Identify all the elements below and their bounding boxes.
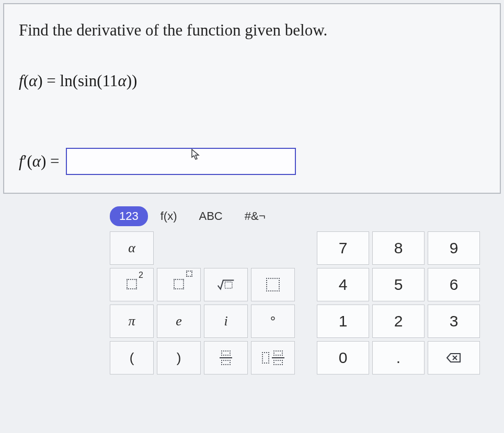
function-text: f(α) = ln(sin(11α)) <box>19 72 137 90</box>
answer-row: f′(α) = <box>19 148 485 175</box>
key-degree[interactable]: ° <box>251 305 295 338</box>
key-dot[interactable]: . <box>372 341 425 375</box>
number-grid: 7 8 9 4 5 6 1 2 3 0 . <box>317 231 480 375</box>
key-9[interactable]: 9 <box>428 231 480 265</box>
key-blank-3 <box>251 231 295 265</box>
placeholder-box-icon <box>174 279 184 289</box>
key-blank-2 <box>204 231 248 265</box>
key-alpha[interactable]: α <box>110 231 154 265</box>
sqrt-icon <box>217 278 235 291</box>
key-4[interactable]: 4 <box>317 268 369 301</box>
key-5[interactable]: 5 <box>372 268 425 301</box>
svg-rect-0 <box>225 282 232 288</box>
key-mixed-fraction[interactable] <box>251 341 295 375</box>
key-backspace[interactable] <box>428 341 480 375</box>
tab-symbols[interactable]: #&¬ <box>235 206 275 226</box>
problem-panel: Find the derivative of the function give… <box>3 3 501 194</box>
fraction-icon <box>220 350 232 365</box>
tab-letters[interactable]: ABC <box>189 206 232 226</box>
keypad-body: α 2 π e i ° ( ) <box>110 231 504 375</box>
key-7[interactable]: 7 <box>317 231 369 265</box>
symbol-grid: α 2 π e i ° ( ) <box>110 231 295 375</box>
key-sqrt[interactable] <box>204 268 248 301</box>
tab-functions[interactable]: f(x) <box>151 206 187 226</box>
superscript-box-icon <box>186 271 192 277</box>
key-6[interactable]: 6 <box>428 268 480 301</box>
problem-prompt: Find the derivative of the function give… <box>19 19 485 41</box>
key-e[interactable]: e <box>157 305 201 338</box>
placeholder-box-icon <box>266 278 280 291</box>
key-pi[interactable]: π <box>110 305 154 338</box>
key-2[interactable]: 2 <box>372 305 425 338</box>
superscript-2-icon: 2 <box>139 271 143 280</box>
key-square[interactable]: 2 <box>110 268 154 301</box>
answer-input[interactable] <box>66 148 296 175</box>
function-definition: f(α) = ln(sin(11α)) <box>19 72 485 90</box>
key-box[interactable] <box>251 268 295 301</box>
key-i[interactable]: i <box>204 305 248 338</box>
keypad-tabs: 123 f(x) ABC #&¬ <box>110 206 504 226</box>
backspace-icon <box>446 349 461 367</box>
key-8[interactable]: 8 <box>372 231 425 265</box>
key-blank-1 <box>157 231 201 265</box>
placeholder-box-icon <box>127 279 137 289</box>
mixed-fraction-icon <box>262 350 284 365</box>
derivative-label: f′(α) = <box>19 152 60 171</box>
key-3[interactable]: 3 <box>428 305 480 338</box>
key-fraction[interactable] <box>204 341 248 375</box>
key-1[interactable]: 1 <box>317 305 369 338</box>
key-lparen[interactable]: ( <box>110 341 154 375</box>
key-power[interactable] <box>157 268 201 301</box>
key-rparen[interactable]: ) <box>157 341 201 375</box>
key-0[interactable]: 0 <box>317 341 369 375</box>
math-keypad: 123 f(x) ABC #&¬ α 2 π <box>110 206 504 375</box>
tab-numbers[interactable]: 123 <box>110 206 148 226</box>
